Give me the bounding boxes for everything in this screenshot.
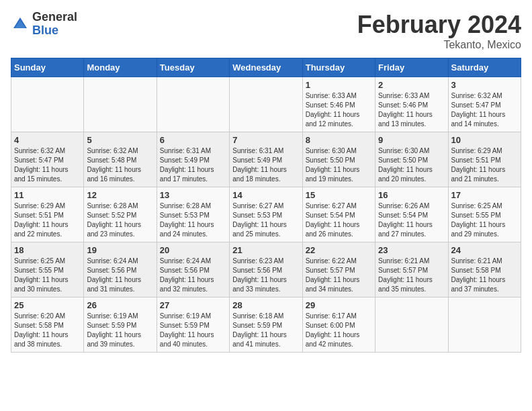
day-info: Sunrise: 6:28 AMSunset: 5:52 PMDaylight:… bbox=[87, 201, 153, 239]
calendar-cell bbox=[157, 77, 229, 132]
day-number: 3 bbox=[451, 80, 518, 90]
calendar-title: February 2024 bbox=[357, 11, 521, 39]
day-info: Sunrise: 6:25 AMSunset: 5:55 PMDaylight:… bbox=[14, 257, 81, 294]
day-info: Sunrise: 6:24 AMSunset: 5:56 PMDaylight:… bbox=[160, 257, 226, 294]
calendar-cell: 7Sunrise: 6:31 AMSunset: 5:49 PMDaylight… bbox=[230, 132, 302, 187]
day-number: 22 bbox=[306, 245, 372, 255]
col-header-tuesday: Tuesday bbox=[157, 58, 229, 77]
calendar-cell: 29Sunrise: 6:17 AMSunset: 6:00 PMDayligh… bbox=[302, 298, 375, 353]
calendar-cell: 8Sunrise: 6:30 AMSunset: 5:50 PMDaylight… bbox=[302, 132, 375, 187]
day-info: Sunrise: 6:32 AMSunset: 5:47 PMDaylight:… bbox=[451, 91, 518, 129]
calendar-cell: 24Sunrise: 6:21 AMSunset: 5:58 PMDayligh… bbox=[448, 242, 521, 298]
day-info: Sunrise: 6:27 AMSunset: 5:54 PMDaylight:… bbox=[306, 201, 372, 239]
day-number: 6 bbox=[160, 135, 226, 145]
day-info: Sunrise: 6:29 AMSunset: 5:51 PMDaylight:… bbox=[14, 201, 81, 239]
col-header-thursday: Thursday bbox=[302, 58, 375, 77]
col-header-sunday: Sunday bbox=[11, 58, 84, 77]
calendar-cell bbox=[84, 77, 157, 132]
day-number: 10 bbox=[451, 135, 518, 145]
day-number: 21 bbox=[232, 245, 299, 255]
calendar-cell: 13Sunrise: 6:28 AMSunset: 5:53 PMDayligh… bbox=[157, 187, 229, 242]
calendar-cell: 16Sunrise: 6:26 AMSunset: 5:54 PMDayligh… bbox=[375, 187, 448, 242]
day-number: 2 bbox=[378, 80, 445, 90]
day-number: 14 bbox=[232, 190, 299, 200]
day-info: Sunrise: 6:24 AMSunset: 5:56 PMDaylight:… bbox=[87, 257, 153, 294]
calendar-cell: 18Sunrise: 6:25 AMSunset: 5:55 PMDayligh… bbox=[11, 242, 84, 298]
day-number: 20 bbox=[160, 245, 226, 255]
calendar-cell: 17Sunrise: 6:25 AMSunset: 5:55 PMDayligh… bbox=[448, 187, 521, 242]
calendar-cell: 9Sunrise: 6:30 AMSunset: 5:50 PMDaylight… bbox=[375, 132, 448, 187]
day-info: Sunrise: 6:32 AMSunset: 5:47 PMDaylight:… bbox=[14, 146, 81, 184]
calendar-cell: 2Sunrise: 6:33 AMSunset: 5:46 PMDaylight… bbox=[375, 77, 448, 132]
week-row-1: 1Sunrise: 6:33 AMSunset: 5:46 PMDaylight… bbox=[11, 77, 521, 132]
day-number: 12 bbox=[87, 190, 153, 200]
day-number: 17 bbox=[451, 190, 518, 200]
day-number: 13 bbox=[160, 190, 226, 200]
day-number: 8 bbox=[306, 135, 372, 145]
calendar-cell: 14Sunrise: 6:27 AMSunset: 5:53 PMDayligh… bbox=[230, 187, 302, 242]
day-info: Sunrise: 6:31 AMSunset: 5:49 PMDaylight:… bbox=[160, 146, 226, 184]
calendar-subtitle: Tekanto, Mexico bbox=[357, 39, 521, 51]
day-info: Sunrise: 6:25 AMSunset: 5:55 PMDaylight:… bbox=[451, 201, 518, 239]
day-number: 23 bbox=[378, 245, 445, 255]
day-number: 4 bbox=[14, 135, 81, 145]
day-info: Sunrise: 6:19 AMSunset: 5:59 PMDaylight:… bbox=[160, 312, 226, 349]
day-number: 7 bbox=[232, 135, 299, 145]
day-number: 19 bbox=[87, 245, 153, 255]
col-header-monday: Monday bbox=[84, 58, 157, 77]
day-number: 25 bbox=[14, 300, 81, 310]
day-info: Sunrise: 6:23 AMSunset: 5:56 PMDaylight:… bbox=[232, 257, 299, 294]
calendar-cell: 25Sunrise: 6:20 AMSunset: 5:58 PMDayligh… bbox=[11, 298, 84, 353]
day-number: 18 bbox=[14, 245, 81, 255]
day-info: Sunrise: 6:32 AMSunset: 5:48 PMDaylight:… bbox=[87, 146, 153, 184]
day-info: Sunrise: 6:30 AMSunset: 5:50 PMDaylight:… bbox=[306, 146, 372, 184]
day-number: 28 bbox=[232, 300, 299, 310]
week-row-4: 18Sunrise: 6:25 AMSunset: 5:55 PMDayligh… bbox=[11, 242, 521, 298]
calendar-cell: 15Sunrise: 6:27 AMSunset: 5:54 PMDayligh… bbox=[302, 187, 375, 242]
calendar-cell: 19Sunrise: 6:24 AMSunset: 5:56 PMDayligh… bbox=[84, 242, 157, 298]
day-info: Sunrise: 6:22 AMSunset: 5:57 PMDaylight:… bbox=[306, 257, 372, 294]
day-number: 11 bbox=[14, 190, 81, 200]
day-info: Sunrise: 6:31 AMSunset: 5:49 PMDaylight:… bbox=[232, 146, 299, 184]
calendar-cell: 1Sunrise: 6:33 AMSunset: 5:46 PMDaylight… bbox=[302, 77, 375, 132]
day-info: Sunrise: 6:26 AMSunset: 5:54 PMDaylight:… bbox=[378, 201, 445, 239]
calendar-table: SundayMondayTuesdayWednesdayThursdayFrid… bbox=[11, 58, 521, 353]
title-block: February 2024 Tekanto, Mexico bbox=[357, 11, 521, 51]
day-info: Sunrise: 6:28 AMSunset: 5:53 PMDaylight:… bbox=[160, 201, 226, 239]
day-number: 29 bbox=[306, 300, 372, 310]
calendar-cell: 27Sunrise: 6:19 AMSunset: 5:59 PMDayligh… bbox=[157, 298, 229, 353]
col-header-wednesday: Wednesday bbox=[230, 58, 302, 77]
day-info: Sunrise: 6:21 AMSunset: 5:58 PMDaylight:… bbox=[451, 257, 518, 294]
day-number: 15 bbox=[306, 190, 372, 200]
calendar-cell bbox=[448, 298, 521, 353]
calendar-cell: 5Sunrise: 6:32 AMSunset: 5:48 PMDaylight… bbox=[84, 132, 157, 187]
calendar-cell: 28Sunrise: 6:18 AMSunset: 5:59 PMDayligh… bbox=[230, 298, 302, 353]
day-info: Sunrise: 6:33 AMSunset: 5:46 PMDaylight:… bbox=[306, 91, 372, 129]
logo-icon bbox=[11, 15, 30, 34]
week-row-3: 11Sunrise: 6:29 AMSunset: 5:51 PMDayligh… bbox=[11, 187, 521, 242]
day-info: Sunrise: 6:29 AMSunset: 5:51 PMDaylight:… bbox=[451, 146, 518, 184]
day-number: 26 bbox=[87, 300, 153, 310]
calendar-cell: 10Sunrise: 6:29 AMSunset: 5:51 PMDayligh… bbox=[448, 132, 521, 187]
logo: General Blue bbox=[11, 11, 77, 38]
calendar-cell: 12Sunrise: 6:28 AMSunset: 5:52 PMDayligh… bbox=[84, 187, 157, 242]
calendar-cell: 23Sunrise: 6:21 AMSunset: 5:57 PMDayligh… bbox=[375, 242, 448, 298]
day-info: Sunrise: 6:33 AMSunset: 5:46 PMDaylight:… bbox=[378, 91, 445, 129]
day-info: Sunrise: 6:21 AMSunset: 5:57 PMDaylight:… bbox=[378, 257, 445, 294]
day-number: 5 bbox=[87, 135, 153, 145]
logo-text: General Blue bbox=[32, 11, 77, 38]
col-header-saturday: Saturday bbox=[448, 58, 521, 77]
calendar-cell: 22Sunrise: 6:22 AMSunset: 5:57 PMDayligh… bbox=[302, 242, 375, 298]
week-row-5: 25Sunrise: 6:20 AMSunset: 5:58 PMDayligh… bbox=[11, 298, 521, 353]
col-header-friday: Friday bbox=[375, 58, 448, 77]
day-info: Sunrise: 6:19 AMSunset: 5:59 PMDaylight:… bbox=[87, 312, 153, 349]
day-info: Sunrise: 6:18 AMSunset: 5:59 PMDaylight:… bbox=[232, 312, 299, 349]
logo-blue-text: Blue bbox=[32, 24, 77, 38]
week-row-2: 4Sunrise: 6:32 AMSunset: 5:47 PMDaylight… bbox=[11, 132, 521, 187]
calendar-cell: 20Sunrise: 6:24 AMSunset: 5:56 PMDayligh… bbox=[157, 242, 229, 298]
day-info: Sunrise: 6:17 AMSunset: 6:00 PMDaylight:… bbox=[306, 312, 372, 349]
day-number: 16 bbox=[378, 190, 445, 200]
calendar-cell: 4Sunrise: 6:32 AMSunset: 5:47 PMDaylight… bbox=[11, 132, 84, 187]
logo-general-text: General bbox=[32, 11, 77, 24]
calendar-cell: 11Sunrise: 6:29 AMSunset: 5:51 PMDayligh… bbox=[11, 187, 84, 242]
